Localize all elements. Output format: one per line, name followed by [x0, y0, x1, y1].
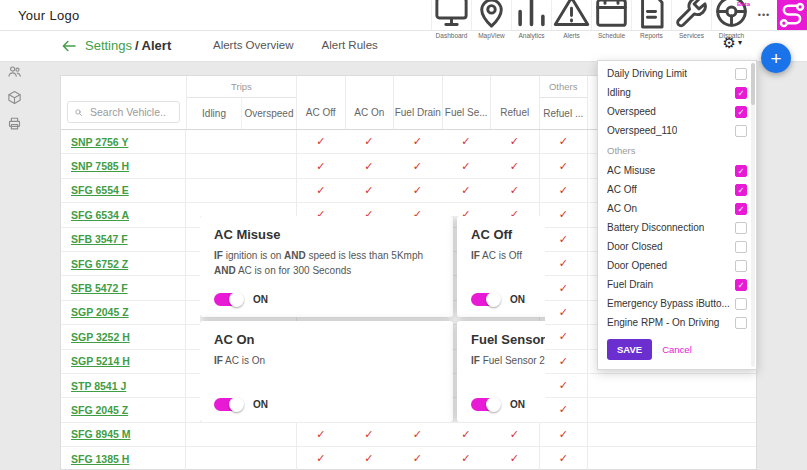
column-header[interactable]: AC Off [296, 76, 345, 129]
dropdown-item[interactable]: Engine RPM - On Driving [598, 313, 756, 332]
nav-item-services[interactable]: Services [671, 0, 711, 30]
checkbox-unchecked[interactable] [735, 68, 747, 80]
column-header[interactable]: Fuel Se... [442, 76, 491, 129]
vehicle-link[interactable]: SFB 3547 F [71, 233, 128, 245]
vehicle-link[interactable]: SFG 6534 A [71, 209, 129, 221]
alert-cell [241, 179, 296, 202]
back-arrow-icon [60, 37, 78, 55]
toggle-on-switch[interactable] [471, 293, 500, 306]
alert-cell: ✓ [539, 130, 588, 153]
vehicle-link[interactable]: SFG 2045 Z [71, 404, 128, 416]
dropdown-item[interactable]: Overspeed_110 [598, 121, 756, 140]
column-header[interactable]: Refuel [490, 76, 539, 129]
dropdown-item-label: Overspeed [607, 106, 656, 117]
alert-cell: ✓ [539, 179, 588, 202]
scrollbar-thumb[interactable] [751, 63, 755, 105]
column-group-trips: Trips IdlingOverspeed [186, 76, 296, 129]
toggle-on-switch[interactable] [214, 398, 243, 411]
nav-item-analytics[interactable]: Analytics [511, 0, 551, 30]
dropdown-item[interactable]: Door Opened [598, 256, 756, 275]
vehicle-link[interactable]: SGP 3252 H [71, 331, 130, 343]
vehicle-cell: SNP 2756 Y [61, 130, 186, 153]
checkbox-unchecked[interactable] [735, 125, 747, 137]
nav-item-schedule[interactable]: Schedule [591, 0, 631, 30]
dropdown-item[interactable]: AC Misuse✓ [598, 161, 756, 180]
check-icon: ✓ [413, 452, 422, 465]
alert-cell: ✓ [539, 447, 588, 470]
dropdown-item[interactable]: AC Off✓ [598, 180, 756, 199]
alert-cell: ✓ [539, 423, 588, 446]
checkbox-checked[interactable]: ✓ [735, 279, 747, 291]
alert-cell: ✓ [442, 447, 491, 470]
vehicle-link[interactable]: SGP 5214 H [71, 355, 130, 367]
vehicle-link[interactable]: SNP 2756 Y [71, 136, 128, 148]
column-header[interactable]: Fuel Drain [393, 76, 442, 129]
alert-card-title: AC On [214, 332, 436, 347]
column-header[interactable]: Overspeed [241, 98, 296, 129]
nav-item-mapview[interactable]: MapView [471, 0, 511, 30]
column-header[interactable]: AC On [345, 76, 394, 129]
tab-alerts-overview[interactable]: Alerts Overview [213, 39, 294, 51]
vehicle-link[interactable]: SFG 8945 M [71, 428, 131, 440]
checkbox-checked[interactable]: ✓ [735, 106, 747, 118]
dropdown-item[interactable]: Emergency Bypass iButto... [598, 294, 756, 313]
vehicle-link[interactable]: STP 8541 J [71, 380, 126, 392]
add-alert-button[interactable]: + [761, 43, 791, 73]
vehicle-link[interactable]: SFG 1385 H [71, 453, 129, 465]
toggle-on-switch[interactable] [471, 398, 500, 411]
vehicle-link[interactable]: SFG 6752 Z [71, 258, 128, 270]
dropdown-item[interactable]: Idling✓ [598, 83, 756, 102]
checkbox-checked[interactable]: ✓ [735, 87, 747, 99]
assets-icon[interactable] [7, 90, 22, 105]
back-button[interactable] [60, 37, 78, 55]
dropdown-item[interactable]: AC On✓ [598, 199, 756, 218]
checkbox-unchecked[interactable] [735, 222, 747, 234]
vehicle-link[interactable]: SGP 2045 Z [71, 306, 129, 318]
vehicle-link[interactable]: SNP 7585 H [71, 160, 129, 172]
checkbox-unchecked[interactable] [735, 241, 747, 253]
row-spacer [587, 398, 756, 421]
toggle-label: ON [510, 294, 525, 305]
dropdown-item[interactable]: Overspeed✓ [598, 102, 756, 121]
save-button[interactable]: SAVE [607, 339, 652, 360]
vehicle-search[interactable] [67, 101, 180, 123]
checkbox-unchecked[interactable] [735, 317, 747, 329]
vehicle-cell: SGP 5214 H [61, 350, 186, 373]
more-menu-button[interactable]: ••• [751, 10, 777, 20]
vehicle-link[interactable]: SFB 5472 F [71, 282, 128, 294]
column-header[interactable]: Idling [187, 98, 241, 129]
users-icon[interactable] [7, 64, 22, 79]
column-header[interactable]: Refuel ... [540, 98, 588, 129]
alert-cell: ✓ [442, 130, 491, 153]
alert-cell [186, 154, 241, 177]
nav-item-label: Dashboard [436, 32, 468, 39]
nav-item-dispatch[interactable]: DispatchBeta [711, 0, 751, 30]
dropdown-item[interactable]: Daily Driving Limit [598, 64, 756, 83]
search-input[interactable] [88, 105, 173, 119]
app-logo: Your Logo [18, 8, 80, 23]
alert-cell: ✓ [490, 130, 539, 153]
dropdown-item[interactable]: Battery Disconnection [598, 218, 756, 237]
active-module-button[interactable] [777, 0, 807, 30]
vehicle-link[interactable]: SFG 6554 E [71, 184, 129, 196]
checkbox-checked[interactable]: ✓ [735, 184, 747, 196]
checkbox-checked[interactable]: ✓ [735, 203, 747, 215]
cancel-button[interactable]: Cancel [662, 344, 692, 355]
breadcrumb-settings[interactable]: Settings [85, 38, 132, 53]
nav-item-reports[interactable]: Reports [631, 0, 671, 30]
tab-alert-rules[interactable]: Alert Rules [322, 39, 378, 51]
search-icon [74, 107, 83, 118]
check-icon: ✓ [364, 160, 373, 173]
dropdown-item[interactable]: Door Closed [598, 237, 756, 256]
nav-item-alerts[interactable]: Alerts [551, 0, 591, 30]
check-icon: ✓ [559, 306, 568, 319]
checkbox-checked[interactable]: ✓ [735, 165, 747, 177]
nav-item-dashboard[interactable]: Dashboard [431, 0, 471, 30]
dropdown-scrollbar[interactable] [751, 63, 755, 367]
toggle-on-switch[interactable] [214, 293, 243, 306]
alert-cell: ✓ [539, 228, 588, 251]
dropdown-item[interactable]: Fuel Drain✓ [598, 275, 756, 294]
printer-icon[interactable] [7, 116, 22, 131]
checkbox-unchecked[interactable] [735, 298, 747, 310]
checkbox-unchecked[interactable] [735, 260, 747, 272]
